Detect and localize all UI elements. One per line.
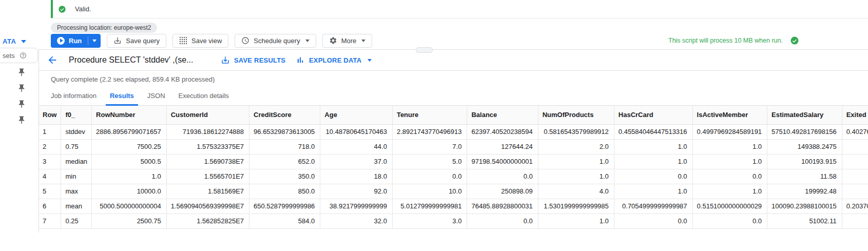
table-cell: 5 [38,184,61,199]
table-cell: 0.0 [467,214,538,228]
table-cell: 0.75 [61,139,92,154]
table-cell: 149388.2475 [767,139,842,154]
table-cell: 1.5690738E7 [166,154,249,169]
table-cell: 5000.500000000004 [92,199,167,214]
tab-json[interactable]: JSON [143,87,169,106]
table-cell: 57510.492817698156 [767,124,842,139]
table-cell [842,214,868,228]
validation-banner: Valid. [51,0,868,18]
table-cell: 0.25 [61,214,92,228]
table-cell: 0.7054999999999987 [614,199,692,214]
chevron-down-icon [92,40,97,42]
sidebar-data-label: ATA [3,37,16,45]
back-arrow-button[interactable] [47,54,58,66]
chevron-down-icon [21,40,26,43]
table-cell: 1.0 [538,214,614,228]
tab-job-information[interactable]: Job information [47,87,101,106]
save-query-label: Save query [126,37,160,45]
table-cell: mean [61,199,92,214]
run-dropdown-button[interactable] [88,34,101,48]
bar-chart-icon [296,55,305,65]
table-cell: 1.0 [692,184,767,199]
table-cell: 5.0 [392,154,467,169]
column-header-creditscore: CreditScore [249,106,320,124]
table-cell: 0.0 [692,214,767,228]
table-cell: 0.0 [614,169,692,184]
results-table: Rowf0_RowNumberCustomerIdCreditScoreAgeT… [38,106,868,229]
splitter-handle[interactable] [416,47,433,53]
pin-icon[interactable] [17,115,26,125]
table-cell: 1.0 [538,154,614,169]
table-cell: 71936.18612274888 [166,124,249,139]
table-row: 70.252500.751.562852825E7584.032.03.00.0… [38,214,868,228]
results-header-divider [38,70,868,71]
table-cell: median [61,154,92,169]
tab-results[interactable]: Results [106,87,138,106]
run-button-main[interactable]: Run [51,34,88,48]
table-cell: 584.0 [249,214,320,228]
table-cell [842,184,868,199]
help-icon [20,52,27,59]
processing-location-chip: Processing location: europe-west2 [51,23,157,33]
table-cell: 1.0 [692,139,767,154]
table-cell: 92.0 [320,184,393,199]
table-row: 4min1.01.5565701E7350.018.00.00.01.00.00… [38,169,868,184]
table-cell: 1.0 [614,154,692,169]
column-header-row: Row [38,106,61,124]
schedule-query-label: Schedule query [254,37,300,45]
tab-execution-details[interactable]: Execution details [175,87,233,106]
sidebar-datasets-tab[interactable]: sets [0,48,38,63]
table-cell: 18.0 [320,169,393,184]
table-cell: 1 [38,124,61,139]
sidebar-datasets-label: sets [3,52,15,60]
table-cell: 4 [38,169,61,184]
table-cell: 7500.25 [92,139,167,154]
table-cell: 38.9217999999999 [320,199,393,214]
table-cell: min [61,169,92,184]
table-cell: 51002.11 [767,214,842,228]
table-cell: 44.0 [320,139,393,154]
run-button[interactable]: Run [51,34,101,48]
explore-data-label: EXPLORE DATA [309,56,361,64]
table-cell: 7.0 [392,139,467,154]
save-view-button[interactable]: Save view [172,34,228,48]
column-header-balance: Balance [467,106,538,124]
table-cell: 1.0 [614,139,692,154]
table-cell: 7 [38,214,61,228]
column-header-isactivemember: IsActiveMember [692,106,767,124]
explorer-sidebar: ATA sets [0,0,38,251]
save-results-button[interactable]: SAVE RESULTS [221,55,285,65]
pin-icon[interactable] [17,84,26,93]
table-cell: 1.581569E7 [166,184,249,199]
table-cell: 1.5301999999999985 [538,199,614,214]
table-cell: max [61,184,92,199]
column-header-f0_: f0_ [61,106,92,124]
table-cell: 1.5565701E7 [166,169,249,184]
explore-data-button[interactable]: EXPLORE DATA [296,55,372,65]
column-header-exited: Exited [842,106,868,124]
column-header-estimatedsalary: EstimatedSalary [767,106,842,124]
table-cell: 1.5690940569399998E7 [166,199,249,214]
table-header-row: Rowf0_RowNumberCustomerIdCreditScoreAgeT… [38,106,868,124]
table-cell: 6 [38,199,61,214]
table-cell: 100193.915 [767,154,842,169]
table-cell: 0.4997969284589191 [692,124,767,139]
save-query-button[interactable]: Save query [107,34,166,48]
table-row: 1stddev2886.895679907165771936.186122748… [38,124,868,139]
table-cell: 0.20370000000 [842,199,868,214]
column-header-tenure: Tenure [392,106,467,124]
pin-icon[interactable] [17,68,26,77]
play-icon [57,37,65,45]
column-header-age: Age [320,106,393,124]
pin-icon[interactable] [17,100,26,109]
table-cell: 0.402768583994 [842,124,868,139]
more-button[interactable]: More [322,34,373,48]
schedule-query-button[interactable]: Schedule query [235,34,316,48]
table-cell: 1.575323375E7 [166,139,249,154]
table-cell: 250898.09 [467,184,538,199]
table-cell: 97198.54000000001 [467,154,538,169]
table-cell: 3.0 [392,214,467,228]
validation-banner-bar [51,0,53,18]
sidebar-data-section[interactable]: ATA [3,37,26,45]
gear-icon [329,36,337,45]
